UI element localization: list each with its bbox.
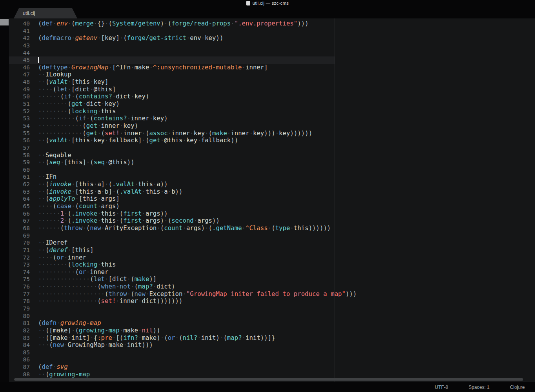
- code-line[interactable]: 47··ILookup: [9, 71, 535, 78]
- line-number[interactable]: 64: [9, 195, 38, 203]
- code-line[interactable]: 57: [9, 144, 535, 152]
- code-line[interactable]: 54············(get·inner·key): [9, 122, 535, 130]
- line-number[interactable]: 83: [9, 334, 38, 342]
- status-encoding[interactable]: UTF-8: [435, 385, 448, 390]
- line-number[interactable]: 53: [9, 115, 38, 122]
- code-line[interactable]: 71··(deref·[this]: [9, 247, 535, 254]
- tab-util-clj[interactable]: util.clj: [14, 8, 77, 18]
- code-line[interactable]: 48··(valAt·[this·key]: [9, 78, 535, 86]
- line-number[interactable]: 66: [9, 210, 38, 218]
- line-number[interactable]: 55: [9, 130, 38, 137]
- line-number[interactable]: 75: [9, 276, 38, 283]
- status-syntax[interactable]: Clojure: [510, 385, 525, 390]
- line-number[interactable]: 61: [9, 173, 38, 181]
- line-number[interactable]: 57: [9, 144, 38, 152]
- line-number[interactable]: 73: [9, 261, 38, 269]
- line-number[interactable]: 84: [9, 341, 38, 349]
- code-line[interactable]: 88··(growing-map: [9, 371, 535, 378]
- line-number[interactable]: 87: [9, 363, 38, 371]
- line-number[interactable]: 63: [9, 188, 38, 196]
- code-line[interactable]: 46(deftype·GrowingMap·[^IFn·make·^:unsyn…: [9, 64, 535, 71]
- line-number[interactable]: 49: [9, 86, 38, 93]
- line-number[interactable]: 72: [9, 254, 38, 261]
- line-number[interactable]: 40: [9, 20, 38, 27]
- line-number[interactable]: 85: [9, 349, 38, 356]
- line-number[interactable]: 58: [9, 152, 38, 159]
- code-line[interactable]: 69: [9, 232, 535, 240]
- line-number[interactable]: 76: [9, 283, 38, 290]
- code-line[interactable]: 67······2·(.invoke·this·(first·args)·(se…: [9, 217, 535, 225]
- code-line[interactable]: 50······(if·(contains?·dict·key): [9, 93, 535, 100]
- line-number[interactable]: 52: [9, 108, 38, 115]
- line-number[interactable]: 79: [9, 305, 38, 312]
- line-number[interactable]: 44: [9, 49, 38, 57]
- code-line[interactable]: 70··IDeref: [9, 239, 535, 247]
- line-number[interactable]: 51: [9, 100, 38, 108]
- code-line[interactable]: 59··(seq·[this]·(seq·@this)): [9, 159, 535, 166]
- code-line[interactable]: 60: [9, 166, 535, 174]
- code-line[interactable]: 74··········(or·inner: [9, 269, 535, 276]
- code-line[interactable]: 58··Seqable: [9, 152, 535, 159]
- line-number[interactable]: 70: [9, 239, 38, 247]
- line-number[interactable]: 45: [9, 56, 38, 64]
- line-number[interactable]: 69: [9, 232, 38, 240]
- code-line[interactable]: 49····(let·[dict·@this]: [9, 86, 535, 93]
- code-line[interactable]: 51········(get·dict·key): [9, 100, 535, 108]
- code-line[interactable]: 75··············(let·[dict·(make)]: [9, 276, 535, 283]
- line-number[interactable]: 67: [9, 217, 38, 225]
- code-line[interactable]: 53··········(if·(contains?·inner·key): [9, 115, 535, 122]
- line-number[interactable]: 62: [9, 181, 38, 188]
- code-line[interactable]: 44: [9, 49, 535, 57]
- line-number[interactable]: 65: [9, 203, 38, 210]
- status-indentation[interactable]: Spaces: 1: [469, 385, 490, 390]
- code-line[interactable]: 55············(get·(set!·inner·(assoc·in…: [9, 130, 535, 137]
- line-number[interactable]: 47: [9, 71, 38, 78]
- code-line[interactable]: 83··([make·init]·{:pre·[(ifn?·make)·(or·…: [9, 334, 535, 342]
- line-number[interactable]: 80: [9, 312, 38, 320]
- code-line[interactable]: 41: [9, 27, 535, 35]
- horizontal-scrollbar[interactable]: [14, 378, 523, 381]
- code-line[interactable]: 76················(when-not·(map?·dict): [9, 283, 535, 290]
- line-number[interactable]: 60: [9, 166, 38, 174]
- line-number[interactable]: 43: [9, 42, 38, 49]
- line-number[interactable]: 59: [9, 159, 38, 166]
- line-number[interactable]: 78: [9, 298, 38, 305]
- code-line[interactable]: 73········(locking·this: [9, 261, 535, 269]
- line-number[interactable]: 42: [9, 34, 38, 42]
- code-line[interactable]: 86: [9, 356, 535, 363]
- line-number[interactable]: 86: [9, 356, 38, 363]
- code-line[interactable]: 68······(throw·(new·ArityException·(coun…: [9, 225, 535, 232]
- code-line[interactable]: 72····(or·inner: [9, 254, 535, 261]
- code-line[interactable]: 43: [9, 42, 535, 49]
- code-line[interactable]: 82··([make]·(growing-map·make·nil)): [9, 327, 535, 334]
- editor[interactable]: 40(def·env·(merge·{}·(System/getenv)·(fo…: [9, 18, 535, 382]
- code-line[interactable]: 66······1·(.invoke·this·(first·args)): [9, 210, 535, 218]
- code-line[interactable]: 52········(locking·this: [9, 108, 535, 115]
- code-line[interactable]: 61··IFn: [9, 173, 535, 181]
- code-line[interactable]: 42(defmacro·getenv·[key]·(forge/get-stri…: [9, 34, 535, 42]
- code-line[interactable]: 79: [9, 305, 535, 312]
- line-number[interactable]: 50: [9, 93, 38, 100]
- line-number[interactable]: 68: [9, 225, 38, 232]
- code-line[interactable]: 81(defn·growing-map: [9, 319, 535, 327]
- line-number[interactable]: 41: [9, 27, 38, 35]
- code-line[interactable]: 64··(applyTo·[this·args]: [9, 195, 535, 203]
- code-line[interactable]: 85: [9, 349, 535, 356]
- line-number[interactable]: 88: [9, 371, 38, 378]
- code-line[interactable]: 80: [9, 312, 535, 320]
- line-number[interactable]: 56: [9, 137, 38, 144]
- code-line[interactable]: 84···(new·GrowingMap·make·init))): [9, 341, 535, 349]
- code-line[interactable]: 56··(valAt·[this·key·fallback]·(get·@thi…: [9, 137, 535, 144]
- code-line[interactable]: 78················(set!·inner·dict))))))…: [9, 298, 535, 305]
- code-line[interactable]: 62··(invoke·[this·a]·(.valAt·this·a)): [9, 181, 535, 188]
- code-line[interactable]: 63··(invoke·[this·a·b]·(.valAt·this·a·b)…: [9, 188, 535, 196]
- code-line[interactable]: 65····(case·(count·args): [9, 203, 535, 210]
- line-number[interactable]: 77: [9, 290, 38, 298]
- code-line[interactable]: 77··················(throw·(new·Exceptio…: [9, 290, 535, 298]
- line-number[interactable]: 81: [9, 319, 38, 327]
- line-number[interactable]: 48: [9, 78, 38, 86]
- line-number[interactable]: 71: [9, 247, 38, 254]
- line-number[interactable]: 54: [9, 122, 38, 130]
- code-line[interactable]: 87(def·svg: [9, 363, 535, 371]
- code-line[interactable]: 40(def·env·(merge·{}·(System/getenv)·(fo…: [9, 20, 535, 27]
